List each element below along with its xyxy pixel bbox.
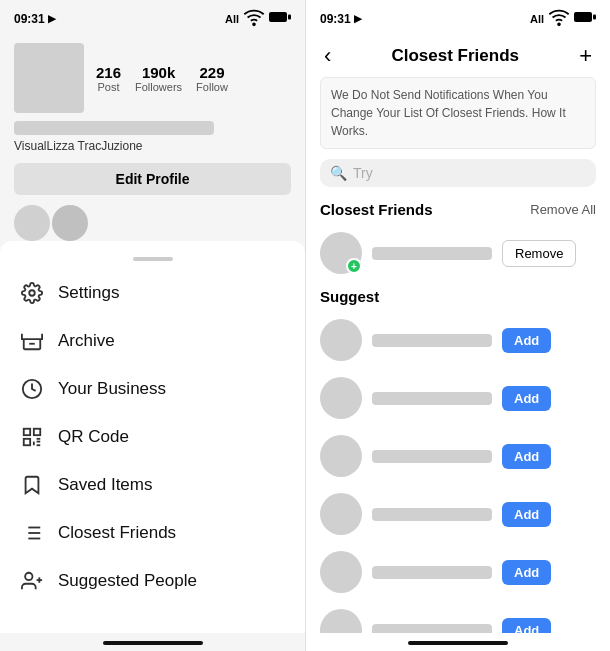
- add-button-6[interactable]: Add: [502, 618, 551, 634]
- svg-point-3: [29, 290, 35, 296]
- search-bar[interactable]: 🔍 Try: [320, 159, 596, 187]
- closest-friend-avatar: +: [320, 232, 362, 274]
- bottom-bar-right: [408, 641, 508, 645]
- followers-label: Followers: [135, 81, 182, 93]
- svg-point-20: [25, 573, 32, 580]
- menu-item-qr-code[interactable]: QR Code: [0, 413, 305, 461]
- status-icons-left: All: [225, 6, 291, 31]
- follow-count: 229: [196, 64, 228, 81]
- add-button-1[interactable]: Add: [502, 328, 551, 353]
- search-icon: 🔍: [330, 165, 347, 181]
- suggest-avatar-2: [320, 377, 362, 419]
- profile-highlight-1: [14, 205, 50, 241]
- svg-rect-6: [24, 429, 30, 435]
- suggest-avatar-1: [320, 319, 362, 361]
- svg-rect-7: [34, 429, 40, 435]
- suggest-list: Add Add Add Add Add Add: [306, 313, 610, 633]
- business-icon: [20, 377, 44, 401]
- svg-rect-8: [24, 439, 30, 445]
- suggest-item-6: Add: [306, 603, 610, 633]
- profile-avatar: [14, 43, 84, 113]
- back-button[interactable]: ‹: [320, 43, 335, 69]
- left-panel: 09:31 ▶ All: [0, 0, 305, 651]
- wifi-icon-left: [243, 6, 265, 31]
- follow-label: Follow: [196, 81, 228, 93]
- settings-label: Settings: [58, 283, 119, 303]
- edit-profile-button[interactable]: Edit Profile: [14, 163, 291, 195]
- your-business-label: Your Business: [58, 379, 166, 399]
- status-time-left: 09:31 ▶: [14, 12, 56, 26]
- suggest-avatar-6: [320, 609, 362, 633]
- qr-code-label: QR Code: [58, 427, 129, 447]
- archive-label: Archive: [58, 331, 115, 351]
- location-icon-left: ▶: [48, 13, 56, 24]
- stat-followers: 190k Followers: [135, 64, 182, 93]
- add-button-2[interactable]: Add: [502, 386, 551, 411]
- search-placeholder-text: Try: [353, 165, 373, 181]
- wifi-icon-right: [548, 6, 570, 31]
- slide-menu: Settings Archive Your Business: [0, 241, 305, 633]
- signal-label-right: All: [530, 13, 544, 25]
- svg-rect-24: [574, 12, 592, 22]
- svg-rect-1: [269, 12, 287, 22]
- remove-all-button[interactable]: Remove All: [530, 202, 596, 217]
- menu-item-saved-items[interactable]: Saved Items: [0, 461, 305, 509]
- add-badge: +: [346, 258, 362, 274]
- suggest-section-title: Suggest: [306, 284, 610, 313]
- svg-point-0: [253, 23, 255, 25]
- profile-stats: 216 Post 190k Followers 229 Follow: [96, 64, 228, 93]
- suggest-item-1: Add: [306, 313, 610, 367]
- suggest-name-2: [372, 392, 492, 405]
- battery-icon-right: [574, 11, 596, 26]
- page-title: Closest Friends: [391, 46, 519, 66]
- bookmark-icon: [20, 473, 44, 497]
- suggest-avatar-4: [320, 493, 362, 535]
- settings-icon: [20, 281, 44, 305]
- signal-label-left: All: [225, 13, 239, 25]
- suggest-item-3: Add: [306, 429, 610, 483]
- status-icons-right: All: [530, 6, 596, 31]
- menu-item-suggested-people[interactable]: Suggested People: [0, 557, 305, 605]
- suggest-name-5: [372, 566, 492, 579]
- closest-friends-section-header: Closest Friends Remove All: [306, 197, 610, 226]
- menu-item-closest-friends[interactable]: Closest Friends: [0, 509, 305, 557]
- menu-item-archive[interactable]: Archive: [0, 317, 305, 365]
- remove-friend-button[interactable]: Remove: [502, 240, 576, 267]
- time-left: 09:31: [14, 12, 45, 26]
- suggest-item-2: Add: [306, 371, 610, 425]
- right-panel: 09:31 ▶ All ‹ Closest Fri: [305, 0, 610, 651]
- info-banner-text: We Do Not Send Notifications When You Ch…: [331, 88, 566, 138]
- add-button-5[interactable]: Add: [502, 560, 551, 585]
- svg-point-23: [558, 23, 560, 25]
- person-add-icon: [20, 569, 44, 593]
- profile-name-placeholder: [14, 121, 214, 135]
- info-banner: We Do Not Send Notifications When You Ch…: [320, 77, 596, 149]
- visualizza-text: VisualLizza TracJuzione: [14, 139, 143, 153]
- closest-friend-name: [372, 247, 492, 260]
- closest-friends-label: Closest Friends: [58, 523, 176, 543]
- status-bar-left: 09:31 ▶ All: [0, 0, 305, 35]
- closest-friends-section-title: Closest Friends: [320, 201, 433, 218]
- bottom-bar-left: [103, 641, 203, 645]
- menu-item-your-business[interactable]: Your Business: [0, 365, 305, 413]
- saved-items-label: Saved Items: [58, 475, 153, 495]
- suggest-avatar-5: [320, 551, 362, 593]
- menu-item-settings[interactable]: Settings: [0, 269, 305, 317]
- drag-handle: [133, 257, 173, 261]
- followers-count: 190k: [135, 64, 182, 81]
- qr-icon: [20, 425, 44, 449]
- suggest-name-1: [372, 334, 492, 347]
- status-bar-right: 09:31 ▶ All: [306, 0, 610, 35]
- suggest-avatar-3: [320, 435, 362, 477]
- closest-friend-item: + Remove: [306, 226, 610, 280]
- profile-images-row: [0, 205, 305, 241]
- add-button-3[interactable]: Add: [502, 444, 551, 469]
- suggested-people-label: Suggested People: [58, 571, 197, 591]
- svg-rect-25: [593, 15, 596, 20]
- visualizza-row: VisualLizza TracJuzione: [0, 135, 305, 153]
- add-button-4[interactable]: Add: [502, 502, 551, 527]
- add-button[interactable]: +: [575, 43, 596, 69]
- list-icon: [20, 521, 44, 545]
- suggest-item-5: Add: [306, 545, 610, 599]
- time-right: 09:31 ▶: [320, 12, 362, 26]
